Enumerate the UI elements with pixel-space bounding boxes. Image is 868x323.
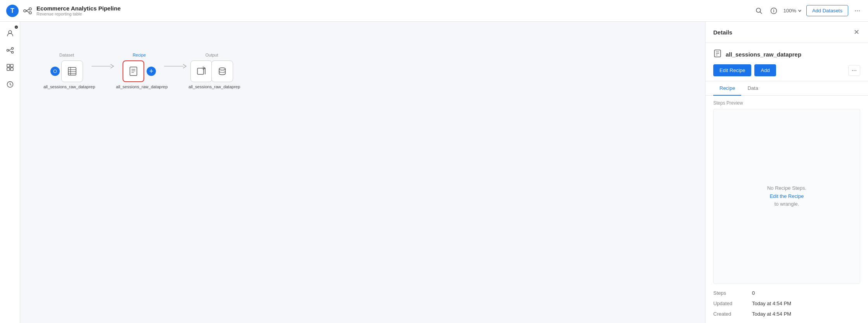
top-header: T Ecommerce Analytics Pipeline Revenue r… bbox=[0, 0, 868, 22]
pipeline-icon bbox=[23, 7, 32, 15]
left-sidebar bbox=[0, 22, 20, 323]
recipe-node-box[interactable] bbox=[123, 60, 144, 82]
dataset-node-box[interactable] bbox=[61, 60, 83, 82]
right-panel: Details ✕ all_sessions_raw_dataprep Edit… bbox=[705, 22, 868, 323]
pipeline-title: Ecommerce Analytics Pipeline bbox=[36, 5, 121, 12]
main-layout: Dataset all_sess bbox=[0, 22, 868, 323]
add-datasets-button[interactable]: Add Datasets bbox=[806, 5, 848, 16]
dataset-label-top: Dataset bbox=[59, 53, 74, 57]
data-tab[interactable]: Data bbox=[741, 81, 764, 96]
svg-rect-16 bbox=[10, 64, 13, 67]
edit-recipe-button[interactable]: Edit Recipe bbox=[713, 64, 751, 76]
connector-2 bbox=[164, 64, 187, 69]
panel-title: Details bbox=[713, 29, 732, 36]
recipe-node-name: all_sessions_raw_dataprep bbox=[116, 84, 163, 89]
meta-updated-value: Today at 4:54 PM bbox=[752, 301, 791, 306]
sidebar-item-profile[interactable] bbox=[3, 26, 17, 40]
meta-updated-key: Updated bbox=[713, 301, 752, 306]
sidebar-item-history[interactable] bbox=[3, 77, 17, 91]
no-steps-text: No Recipe Steps. Edit the Recipe to wran… bbox=[767, 184, 806, 208]
dataset-node-name: all_sessions_raw_dataprep bbox=[43, 84, 90, 89]
meta-steps-value: 0 bbox=[752, 290, 755, 296]
header-actions: i 100% Add Datasets ··· bbox=[754, 5, 862, 16]
svg-line-14 bbox=[9, 50, 11, 52]
sidebar-item-apps[interactable] bbox=[3, 60, 17, 74]
pipeline-subtitle: Revenue reporting table bbox=[36, 12, 121, 16]
add-button[interactable]: Add bbox=[754, 64, 776, 76]
output-db-node-box[interactable] bbox=[211, 60, 233, 82]
panel-item-icon bbox=[713, 49, 722, 60]
meta-created-key: Created bbox=[713, 311, 752, 317]
svg-line-6 bbox=[760, 12, 762, 14]
recipe-add-button[interactable]: + bbox=[147, 67, 156, 76]
app-logo: T bbox=[6, 5, 19, 17]
panel-actions-wrapper: Edit Recipe Add ··· bbox=[705, 64, 868, 81]
panel-item-name: all_sessions_raw_dataprep bbox=[726, 51, 801, 58]
meta-updated-row: Updated Today at 4:54 PM bbox=[713, 301, 860, 306]
svg-rect-18 bbox=[10, 68, 13, 70]
panel-tabs: Recipe Data bbox=[705, 81, 868, 96]
svg-rect-31 bbox=[197, 68, 204, 74]
svg-rect-15 bbox=[7, 64, 10, 67]
sidebar-item-pipeline[interactable] bbox=[3, 43, 17, 57]
zoom-control[interactable]: 100% bbox=[783, 8, 802, 14]
svg-rect-22 bbox=[68, 67, 76, 75]
svg-rect-17 bbox=[7, 68, 10, 70]
panel-close-button[interactable]: ✕ bbox=[853, 27, 860, 37]
svg-point-32 bbox=[219, 68, 225, 70]
dataset-node-group: Dataset all_sess bbox=[43, 53, 90, 89]
output-node-box[interactable] bbox=[190, 60, 212, 82]
svg-text:i: i bbox=[773, 9, 774, 13]
dataset-node-indicator bbox=[50, 67, 60, 76]
panel-header: Details ✕ bbox=[705, 22, 868, 43]
panel-item-header: all_sessions_raw_dataprep bbox=[705, 43, 868, 64]
svg-line-4 bbox=[26, 11, 29, 12]
header-title-block: Ecommerce Analytics Pipeline Revenue rep… bbox=[36, 5, 121, 16]
svg-point-11 bbox=[11, 48, 13, 50]
pipeline-flow: Dataset all_sess bbox=[43, 53, 235, 89]
panel-more-button[interactable]: ··· bbox=[848, 65, 860, 76]
svg-point-10 bbox=[7, 50, 9, 52]
header-more-button[interactable]: ··· bbox=[853, 5, 862, 16]
svg-point-0 bbox=[24, 10, 26, 12]
svg-point-12 bbox=[11, 52, 13, 53]
canvas-area: Dataset all_sess bbox=[20, 22, 705, 323]
edit-recipe-link[interactable]: Edit the Recipe bbox=[769, 193, 804, 199]
output-label-top: Output bbox=[205, 53, 218, 57]
recipe-node-group: Recipe + all_sessions_raw_dataprep bbox=[116, 53, 163, 89]
meta-created-value: Today at 4:54 PM bbox=[752, 311, 791, 317]
svg-point-1 bbox=[29, 8, 31, 10]
svg-point-2 bbox=[29, 12, 31, 14]
recipe-tab[interactable]: Recipe bbox=[713, 81, 741, 96]
meta-created-row: Created Today at 4:54 PM bbox=[713, 311, 860, 317]
connector-1 bbox=[92, 64, 114, 69]
panel-meta: Steps 0 Updated Today at 4:54 PM Created… bbox=[705, 284, 868, 323]
search-button[interactable] bbox=[754, 6, 764, 16]
output-node-name: all_sessions_raw_dataprep bbox=[188, 84, 235, 89]
svg-line-13 bbox=[9, 49, 11, 50]
meta-steps-row: Steps 0 bbox=[713, 290, 860, 296]
svg-line-3 bbox=[26, 9, 29, 11]
output-node-group: Output bbox=[188, 53, 235, 89]
info-button[interactable]: i bbox=[769, 6, 779, 16]
meta-steps-key: Steps bbox=[713, 290, 752, 296]
recipe-label-top: Recipe bbox=[133, 53, 146, 57]
steps-preview-label: Steps Preview bbox=[705, 96, 868, 109]
steps-preview-area: No Recipe Steps. Edit the Recipe to wran… bbox=[713, 109, 860, 284]
svg-rect-27 bbox=[130, 67, 137, 76]
